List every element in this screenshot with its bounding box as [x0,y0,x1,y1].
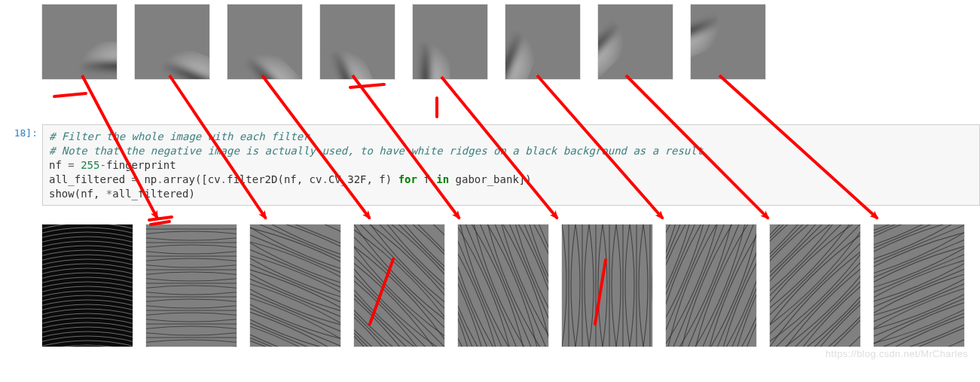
svg-rect-2 [42,14,117,25]
gabor-filter-thumb [690,4,766,80]
code-line-4: all_filtered = np.array([cv.filter2D(nf,… [49,173,532,185]
svg-rect-56 [42,225,133,347]
code-box[interactable]: # Filter the whole image with each filte… [42,124,980,206]
svg-rect-5 [42,47,117,60]
svg-rect-6 [42,60,117,70]
code-line-3: nf = 255-fingerprint [49,159,176,171]
output-filtered-thumb [665,224,757,347]
gabor-filter-thumb [597,4,673,80]
watermark-text: https://blog.csdn.net/MrCharles [826,348,968,359]
annotation-scribble [54,93,86,96]
output-original-fingerprint [41,224,133,347]
gabor-filter-thumb [505,4,581,80]
output-filtered-thumb [457,224,549,347]
code-comment-2: # Note that the negative image is actual… [49,145,703,157]
gabor-filter-thumb [227,4,303,80]
gabor-filter-thumb [319,4,395,80]
output-filtered-thumb [249,224,341,347]
svg-rect-34 [423,5,433,79]
cell-prompt: 18]: [0,124,42,206]
svg-rect-30 [468,5,478,79]
code-line-5: show(nf, *all_filtered) [49,188,195,200]
output-filtered-thumb [145,224,237,347]
output-image-row [41,224,965,347]
annotation-scribble [350,84,384,87]
output-filtered-thumb [769,224,861,347]
code-comment-1: # Filter the whole image with each filte… [49,130,310,142]
gabor-filter-thumb [134,4,210,80]
notebook-canvas: 18]: # Filter the whole image with each … [0,0,980,382]
gabor-filter-row [41,4,766,80]
output-filtered-thumb [561,224,653,347]
output-filtered-thumb [353,224,445,347]
gabor-filter-thumb [41,4,118,80]
output-filtered-thumb [873,224,965,347]
gabor-filter-thumb [412,4,488,80]
svg-rect-33 [433,5,445,79]
code-cell: 18]: # Filter the whole image with each … [0,124,980,206]
